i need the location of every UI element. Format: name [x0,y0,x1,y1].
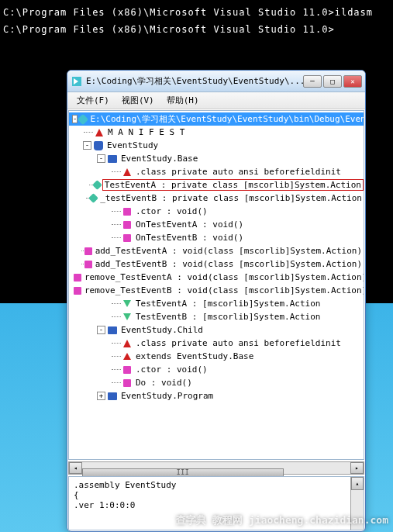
tree-item[interactable]: add_TestEventA : void(class [mscorlib]Sy… [69,244,364,257]
tree-label: TestEventA : [mscorlib]System.Action [134,299,322,309]
window-title: E:\Coding\学习相关\EventStudy\EventStudy\... [86,75,303,87]
extends-icon [123,353,131,360]
tree-item[interactable]: .ctor : void() [69,205,364,218]
scroll-left-button[interactable]: ◂ [69,462,82,474]
tree-item[interactable]: TestEventA : [mscorlib]System.Action [69,297,364,310]
maximize-button[interactable]: □ [323,75,342,88]
tree-label: .class private auto ansi beforefieldinit [134,338,343,348]
tree-label: TestEventB : [mscorlib]System.Action [134,312,322,322]
class-icon [108,326,117,334]
tree-label: .class private auto ansi beforefieldinit [134,167,343,177]
collapse-icon[interactable]: - [83,141,91,150]
tree-label: remove_TestEventA : void(class [mscorlib… [83,272,364,282]
tree-label: .ctor : void() [134,206,209,216]
info-line: { [74,490,359,500]
module-icon [78,113,88,124]
tree-label: add_TestEventB : void(class [mscorlib]Sy… [94,259,364,269]
tree-item[interactable]: OnTestEventA : void() [69,218,364,231]
method-icon [123,234,131,242]
class-attr-icon [123,168,131,176]
tree-field-testeventa[interactable]: TestEventA : private class [mscorlib]Sys… [69,178,364,192]
method-icon [74,287,81,295]
minimize-button[interactable]: ─ [303,75,322,88]
titlebar[interactable]: E:\Coding\学习相关\EventStudy\EventStudy\...… [67,71,365,92]
method-icon [84,261,92,268]
menu-view[interactable]: 视图(V) [115,93,160,108]
tree-class-program[interactable]: + EventStudy.Program [69,389,364,402]
tree-label: EventStudy.Child [119,325,205,335]
tree-item[interactable]: add_TestEventB : void(class [mscorlib]Sy… [69,257,364,271]
tree-label: EventStudy.Program [119,391,215,401]
tree-label: Do : void() [134,378,194,388]
app-icon [71,75,83,88]
method-icon [123,366,131,374]
tree-class-child[interactable]: - EventStudy.Child [69,323,364,337]
tree-item[interactable]: _testEventB : private class [mscorlib]Sy… [69,192,364,205]
ildasm-window: E:\Coding\学习相关\EventStudy\EventStudy\...… [67,70,366,532]
method-icon [84,247,92,255]
console-line: C:\Program Files (x86)\Microsoft Visual … [3,5,390,22]
collapse-icon[interactable]: - [97,154,105,163]
tree-manifest[interactable]: M A N I F E S T [69,126,364,139]
tree-panel[interactable]: - E:\Coding\学习相关\EventStudy\EventStudy\b… [68,110,364,460]
tree-content: - E:\Coding\学习相关\EventStudy\EventStudy\b… [69,111,364,404]
method-icon [123,208,131,216]
class-attr-icon [123,340,131,347]
method-icon [123,221,131,229]
horizontal-scrollbar[interactable]: ◂ III ▸ [68,461,364,475]
command-prompt: C:\Program Files (x86)\Microsoft Visual … [0,0,393,43]
event-icon [123,300,131,307]
tree-label: OnTestEventB : void() [134,233,245,243]
tree-root[interactable]: - E:\Coding\学习相关\EventStudy\EventStudy\b… [69,112,364,126]
tree-item[interactable]: OnTestEventB : void() [69,231,364,244]
scroll-right-button[interactable]: ▸ [350,462,364,474]
close-button[interactable]: ✕ [343,75,362,88]
method-icon [123,379,131,387]
tree-item[interactable]: remove_TestEventB : void(class [mscorlib… [69,284,364,297]
tree-label: E:\Coding\学习相关\EventStudy\EventStudy\bin… [88,113,364,125]
namespace-icon [94,141,103,150]
menubar: 文件(F) 视图(V) 帮助(H) [67,92,365,109]
info-line: .assembly EventStudy [74,480,359,490]
tree-label: add_TestEventA : void(class [mscorlib]Sy… [94,246,364,256]
expand-icon[interactable]: + [97,392,105,400]
watermark: 查字典 教程网 jiaocheng.chazidian.com [176,513,388,527]
tree-label: TestEventA : private class [mscorlib]Sys… [102,179,364,191]
tree-item[interactable]: .ctor : void() [69,363,364,376]
tree-label: EventStudy.Base [119,154,199,164]
tree-item[interactable]: extends EventStudy.Base [69,350,364,363]
tree-class-base[interactable]: - EventStudy.Base [69,152,364,165]
tree-item[interactable]: remove_TestEventA : void(class [mscorlib… [69,271,364,284]
tree-label: OnTestEventA : void() [134,219,245,230]
tree-item[interactable]: .class private auto ansi beforefieldinit [69,165,364,178]
tree-label: .ctor : void() [134,364,209,375]
tree-label: remove_TestEventB : void(class [mscorlib… [83,285,364,295]
method-icon [74,274,81,282]
event-icon [123,313,131,320]
tree-namespace[interactable]: - EventStudy [69,139,364,152]
tree-item[interactable]: Do : void() [69,376,364,389]
field-icon [88,193,98,203]
tree-label: extends EventStudy.Base [134,351,255,361]
info-line: .ver 1:0:0:0 [74,500,359,510]
menu-file[interactable]: 文件(F) [71,93,115,108]
manifest-icon [95,129,103,136]
tree-label: M A N I F E S T [106,127,186,137]
console-line: C:\Program Files (x86)\Microsoft Visual … [3,22,390,39]
scroll-up-button[interactable]: ▴ [351,477,364,490]
class-icon [108,155,117,163]
collapse-icon[interactable]: - [97,326,105,334]
menu-help[interactable]: 帮助(H) [160,93,205,108]
tree-item[interactable]: .class private auto ansi beforefieldinit [69,337,364,350]
tree-label: _testEventB : private class [mscorlib]Sy… [98,193,364,203]
field-icon [92,180,102,190]
window-controls: ─ □ ✕ [303,75,362,88]
class-icon [108,392,117,400]
tree-label: EventStudy [105,140,160,150]
tree-item[interactable]: TestEventB : [mscorlib]System.Action [69,310,364,323]
